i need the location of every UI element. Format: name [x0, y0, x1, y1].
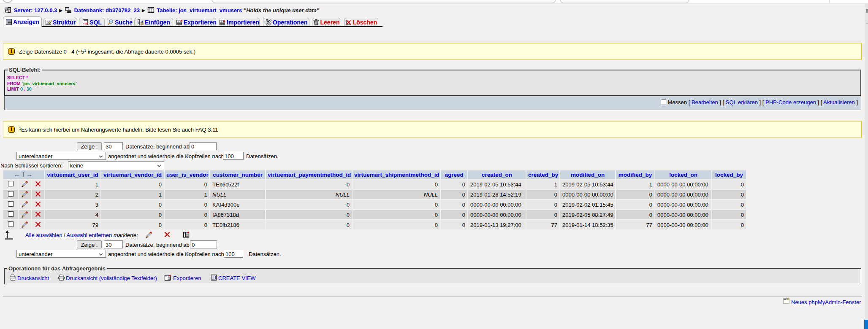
svg-text:SQL: SQL [83, 22, 89, 25]
